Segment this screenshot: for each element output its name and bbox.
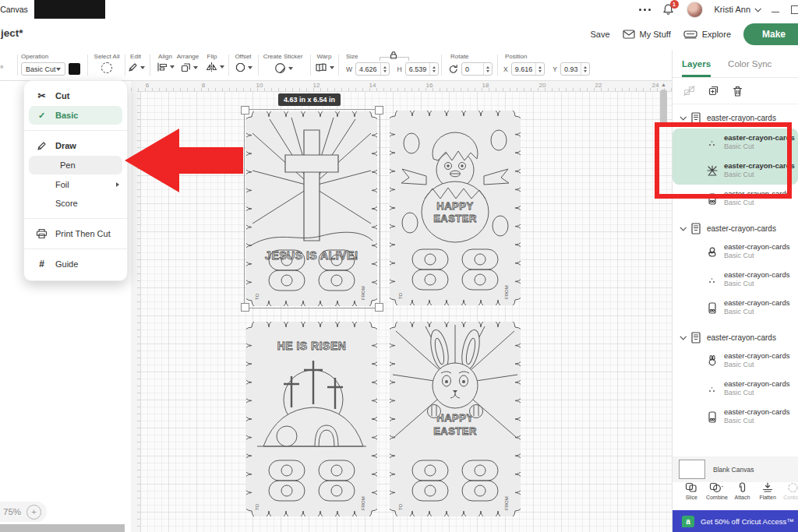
layer-row[interactable]: easter-crayon-cards Basic Cut xyxy=(673,375,798,403)
selection-handle[interactable] xyxy=(241,303,249,312)
maximize-button[interactable] xyxy=(791,5,798,14)
rotate-input[interactable]: 0 xyxy=(461,62,493,76)
flatten-button[interactable]: Flatten xyxy=(755,482,781,510)
avatar[interactable] xyxy=(687,2,703,18)
blank-canvas-swatch xyxy=(679,460,705,479)
layer-row[interactable]: easter-crayon-cards Basic Cut xyxy=(673,403,798,431)
chevron-down-icon xyxy=(754,5,761,12)
select-all-icon xyxy=(101,62,112,73)
align-icon xyxy=(157,62,168,72)
cricut-access-banner[interactable]: a Get 50% off Cricut Access™ xyxy=(673,510,798,532)
slice-button[interactable]: Slice xyxy=(679,482,704,510)
overflow-menu-icon[interactable] xyxy=(639,9,651,11)
layer-row[interactable]: easter-crayon-cards Basic Cut xyxy=(673,266,798,294)
height-stepper[interactable] xyxy=(429,63,438,75)
card-chick-happy-easter[interactable]: HAPPY EASTER TO FROM xyxy=(390,111,521,305)
combine-button[interactable]: Combine xyxy=(704,482,730,510)
menu-item-print-then-cut[interactable]: Print Then Cut xyxy=(24,224,127,243)
explore-button[interactable]: Explore xyxy=(683,30,731,39)
width-label: W xyxy=(346,65,352,73)
operation-select[interactable]: Basic Cut xyxy=(21,62,65,76)
rotate-stepper[interactable] xyxy=(483,63,492,75)
card-title-line2: EASTER xyxy=(433,213,477,224)
x-stepper[interactable] xyxy=(535,63,544,75)
save-button[interactable]: Save xyxy=(590,30,609,39)
attach-icon xyxy=(737,482,747,493)
menu-item-cut[interactable]: ✂ Cut xyxy=(24,86,127,105)
menu-item-guide[interactable]: # Guide xyxy=(24,255,127,273)
combine-icon xyxy=(709,482,724,493)
warp-button[interactable] xyxy=(315,62,334,72)
attach-button[interactable]: Attach xyxy=(729,482,755,510)
vertical-scrollbar[interactable] xyxy=(660,90,667,126)
user-name: Kristi Ann xyxy=(715,5,750,14)
flip-button[interactable] xyxy=(206,62,224,72)
select-all-button[interactable] xyxy=(101,62,112,73)
blank-canvas-row[interactable]: Blank Canvas xyxy=(673,456,798,482)
selection-handle[interactable] xyxy=(375,303,383,312)
y-stepper[interactable] xyxy=(581,63,589,75)
selection-frame[interactable] xyxy=(244,109,380,308)
select-all-label: Select All xyxy=(94,53,120,60)
tab-canvas[interactable]: Canvas xyxy=(0,0,34,19)
redo-icon[interactable]: ↪ xyxy=(0,61,4,72)
y-input[interactable]: 0.93 xyxy=(560,62,591,76)
zoom-control: 75% + xyxy=(0,502,47,522)
tab-layers[interactable]: Layers xyxy=(682,50,711,77)
svg-text:FROM: FROM xyxy=(504,496,509,510)
height-input[interactable]: 6.539 xyxy=(405,62,440,76)
menu-item-draw[interactable]: Draw xyxy=(24,136,127,155)
slice-icon xyxy=(685,482,697,493)
minimize-button[interactable] xyxy=(772,12,779,12)
menu-item-basic[interactable]: ✓ Basic xyxy=(29,106,122,125)
make-it-button[interactable]: Make xyxy=(743,23,798,45)
y-label: Y xyxy=(553,65,557,73)
card-bunny-happy-easter[interactable]: HAPPY EASTER TO FROM xyxy=(390,322,521,516)
edit-button[interactable] xyxy=(128,62,145,72)
layer-row[interactable]: easter-crayon-cards Basic Cut xyxy=(673,347,798,375)
card-he-is-risen[interactable]: HE IS RISEN TO FROM xyxy=(246,322,377,516)
layer-group-header[interactable]: easter-crayon-cards xyxy=(673,219,798,238)
width-stepper[interactable] xyxy=(380,63,389,75)
group-thumbnail-icon xyxy=(690,332,701,344)
layer-row[interactable]: easter-crayon-cards Basic Cut xyxy=(673,238,798,266)
offset-icon xyxy=(235,62,245,72)
contour-icon xyxy=(787,482,798,493)
offset-label: Offset xyxy=(235,53,251,60)
width-input[interactable]: 4.626 xyxy=(355,62,390,76)
user-menu[interactable]: Kristi Ann xyxy=(715,5,760,14)
menu-item-score[interactable]: Score xyxy=(24,194,127,213)
selection-handle[interactable] xyxy=(375,106,383,115)
tab-color-sync[interactable]: Color Sync xyxy=(728,50,772,77)
create-sticker-button[interactable] xyxy=(274,62,293,74)
offset-button[interactable] xyxy=(235,62,252,72)
lock-icon[interactable] xyxy=(390,51,397,59)
position-label: Position xyxy=(505,53,527,60)
svg-text:FROM: FROM xyxy=(504,285,509,299)
contour-button[interactable]: Contour xyxy=(780,482,798,510)
arrange-button[interactable] xyxy=(181,62,198,72)
layer-row[interactable]: easter-crayon-cards Basic Cut xyxy=(673,294,798,322)
align-button[interactable] xyxy=(157,62,175,72)
my-stuff-button[interactable]: My Stuff xyxy=(623,30,671,39)
layer-group-header[interactable]: easter-crayon-cards xyxy=(673,328,798,347)
rotate-icon[interactable] xyxy=(448,64,458,74)
arrange-icon xyxy=(181,62,191,72)
edit-label: Edit xyxy=(130,53,141,60)
horizontal-ruler: 6 8 10 12 14 16 18 20 22 24 xyxy=(131,81,672,92)
color-swatch[interactable] xyxy=(69,63,80,75)
duplicate-icon[interactable] xyxy=(708,86,719,96)
x-input[interactable]: 9.616 xyxy=(511,62,546,76)
pencil-icon xyxy=(36,141,48,151)
cricut-design-space: Canvas 1 Kristi Ann ject* Save xyxy=(0,0,798,532)
trash-icon[interactable] xyxy=(733,86,743,97)
menu-item-pen[interactable]: Pen xyxy=(29,156,122,174)
notifications-button[interactable]: 1 xyxy=(662,3,675,16)
horizontal-scrollbar[interactable] xyxy=(0,524,125,532)
menu-item-foil[interactable]: Foil xyxy=(24,175,127,194)
scroll-up-arrow-icon[interactable]: ▲ xyxy=(661,82,666,87)
submenu-arrow-icon xyxy=(116,182,119,187)
selection-handle[interactable] xyxy=(241,106,249,115)
ungroup-icon[interactable] xyxy=(683,86,695,96)
zoom-in-button[interactable]: + xyxy=(26,505,41,520)
